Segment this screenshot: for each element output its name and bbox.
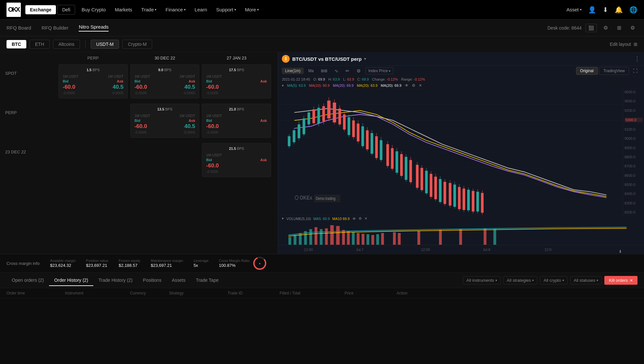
nav-link-more[interactable]: More▾ (245, 7, 259, 12)
ma-close-btn[interactable]: ✕ (419, 83, 422, 88)
svg-rect-103 (347, 231, 350, 245)
vol-settings-btn[interactable]: ⚙ (359, 216, 362, 221)
available-margin: Avaiable margin $23,624.32 (50, 259, 76, 268)
th-action: Action (397, 291, 637, 295)
spread-cell-spot-27jan[interactable]: 17.5 BPS 1M USDT BidAsk -60.0 -0.0005 (202, 64, 271, 98)
volume-ma5: MA5: 60.9 (313, 217, 330, 221)
filter-btc[interactable]: BTC (7, 40, 26, 48)
leverage: Leverage 5x (193, 259, 208, 268)
index-price-dropdown[interactable]: Index Price▾ (365, 67, 393, 74)
volume-expand[interactable]: ▾ (282, 216, 284, 221)
maintenance-margin: Maintenance margin $23,697.21 (151, 259, 183, 268)
edit-layout-btn[interactable]: Edit layout (610, 42, 631, 47)
nav-link-trade[interactable]: Trade▾ (141, 7, 157, 12)
chart-symbol[interactable]: BTC/USDT vs BTC/USDT perp (292, 56, 361, 62)
spread-cell-perp-30dec[interactable]: 13.5 BPS 1M USDT1M USDT BidAsk -60.040.5… (130, 104, 200, 138)
th-price: Price (345, 291, 397, 295)
position-value: Position value $23,697.21 (86, 259, 109, 268)
settings2-icon-btn[interactable]: ⚙ (628, 23, 637, 32)
vol-eye-btn[interactable]: 👁 (352, 217, 356, 221)
all-strategies-dropdown[interactable]: All strategies▾ (503, 276, 537, 284)
all-instruments-dropdown[interactable]: All instruments▾ (463, 276, 501, 284)
spread-cell-spot-perp[interactable]: 1.5 BPS 1M USDT1M USDT BidAsk -60.040.5 … (59, 64, 128, 98)
svg-text:●: ● (259, 262, 261, 265)
nav-link-buy-crypto[interactable]: Buy Crypto (82, 7, 106, 12)
tab-trade-history[interactable]: Trade History (2) (93, 275, 138, 286)
user-icon[interactable]: 👤 (588, 6, 596, 14)
spread-cell-perp-27jan[interactable]: 21.0 BPS 1M USDT BidAsk -60.0 -0.0005 (202, 104, 271, 138)
time-axis: 12:00 Jul.7 12:00 Jul.8 12:0 ⬇ (278, 245, 644, 254)
chart-collapse-btn[interactable]: ⬇ (619, 249, 622, 254)
chart-symbol-chevron[interactable]: ▾ (364, 57, 366, 61)
kill-orders-btn[interactable]: Kill orders ✕ (604, 276, 637, 285)
btc-icon: ₿ (282, 55, 290, 63)
bell-icon[interactable]: 🔔 (615, 6, 623, 14)
line-tool-btn[interactable]: ∿ (332, 67, 341, 74)
svg-text:Demo trading: Demo trading (316, 197, 335, 201)
nav-link-finance[interactable]: Finance▾ (165, 7, 185, 12)
settings-chart-btn[interactable]: ⚙ (354, 67, 363, 74)
svg-rect-100 (330, 225, 334, 245)
filter-crypto-m[interactable]: Crypto-M (122, 40, 152, 49)
ma5-label: MA(5): 63.9 (287, 84, 306, 87)
asset-button[interactable]: Asset▾ (566, 7, 582, 12)
ma-visibility-btn[interactable]: 👁 (405, 83, 409, 88)
subnav-rfq-builder[interactable]: RFQ Builder (42, 25, 69, 31)
expand-icon[interactable]: ⊞ (634, 42, 637, 47)
row-label-23dec: 23 DEC 22 (5, 142, 57, 154)
ma10-label: MA(10): 60.9 (309, 84, 330, 87)
subnav-nitro-spreads[interactable]: Nitro Spreads (79, 24, 109, 32)
indicator2-btn[interactable]: ⊞⊞ (318, 68, 330, 74)
chart-range: Range: -0.12% (401, 77, 425, 81)
vol-close-btn[interactable]: ✕ (364, 216, 367, 221)
svg-rect-116 (484, 228, 487, 245)
filter-eth[interactable]: ETH (30, 40, 50, 49)
draw-tool-btn[interactable]: ✏ (343, 67, 352, 74)
ma-settings-btn[interactable]: ⚙ (412, 83, 415, 88)
filter-altcoins[interactable]: Altcoins (53, 40, 80, 49)
tab-positions[interactable]: Positions (138, 275, 167, 286)
bottom-tabs-bar: Open orders (2) Order History (2) Trade … (0, 273, 644, 288)
svg-rect-107 (366, 234, 369, 245)
settings-icon-btn[interactable]: ⚙ (601, 23, 611, 32)
desk-code: Desk code: 8644 (547, 25, 582, 31)
spread-cell-23dec-27jan[interactable]: 21.5 BPS 1M USDT BidAsk -60.0 -0.0005 (202, 143, 271, 177)
col-header-27jan: 27 JAN 23 (201, 56, 272, 60)
tab-assets[interactable]: Assets (166, 275, 191, 286)
chart-change: Change: -0.12% (372, 77, 398, 81)
ma-btn[interactable]: Ma (306, 68, 316, 74)
globe-icon[interactable]: 🌐 (629, 6, 637, 14)
chart-canvas: ⬡ OKEx Demo trading (278, 89, 623, 215)
fullscreen-btn[interactable]: ⛶ (630, 67, 640, 75)
logo[interactable]: OKX (7, 3, 21, 17)
row-label-spot: SPOT (5, 63, 57, 76)
subnav-rfq-board[interactable]: RFQ Board (7, 25, 31, 31)
svg-rect-110 (381, 233, 384, 245)
svg-rect-111 (393, 232, 396, 245)
chart-low: L: 63.9 (343, 77, 354, 81)
nav-link-learn[interactable]: Learn (195, 7, 207, 12)
tab-trade-tape[interactable]: Trade Tape (191, 275, 224, 286)
spread-cell-spot-30dec[interactable]: 9.0 BPS 1M USDT1M USDT BidAsk -60.040.5 … (130, 64, 200, 98)
all-crypto-dropdown[interactable]: All crypto▾ (540, 276, 567, 284)
all-statuses-dropdown[interactable]: All statuses▾ (570, 276, 602, 284)
filter-usdt-m[interactable]: USDT-M (91, 40, 119, 49)
nav-tab-exchange[interactable]: Exchange (25, 5, 56, 14)
svg-rect-93 (294, 235, 296, 245)
nav-link-support[interactable]: Support▾ (216, 7, 236, 12)
download-icon[interactable]: ⬇ (603, 6, 608, 14)
ma-expand-btn[interactable]: ▾ (282, 84, 284, 88)
original-view-btn[interactable]: Original (576, 67, 598, 75)
tab-open-orders[interactable]: Open orders (2) (7, 275, 49, 286)
gear2-icon-btn[interactable]: ⊞ (614, 23, 624, 32)
svg-rect-106 (361, 234, 364, 245)
svg-rect-114 (439, 230, 442, 245)
nav-link-markets[interactable]: Markets (115, 7, 132, 12)
timeframe-btn[interactable]: Line(1m) (282, 68, 304, 74)
th-filled-total: Filled / Total (280, 291, 345, 295)
tradingview-btn[interactable]: TradingView (599, 67, 629, 75)
nav-tab-defi[interactable]: Defi (57, 5, 75, 15)
chart-icon-btn[interactable]: ⬛ (585, 24, 597, 32)
chart-more-btn[interactable]: ⋮ (634, 55, 640, 62)
tab-order-history[interactable]: Order History (2) (49, 275, 93, 286)
